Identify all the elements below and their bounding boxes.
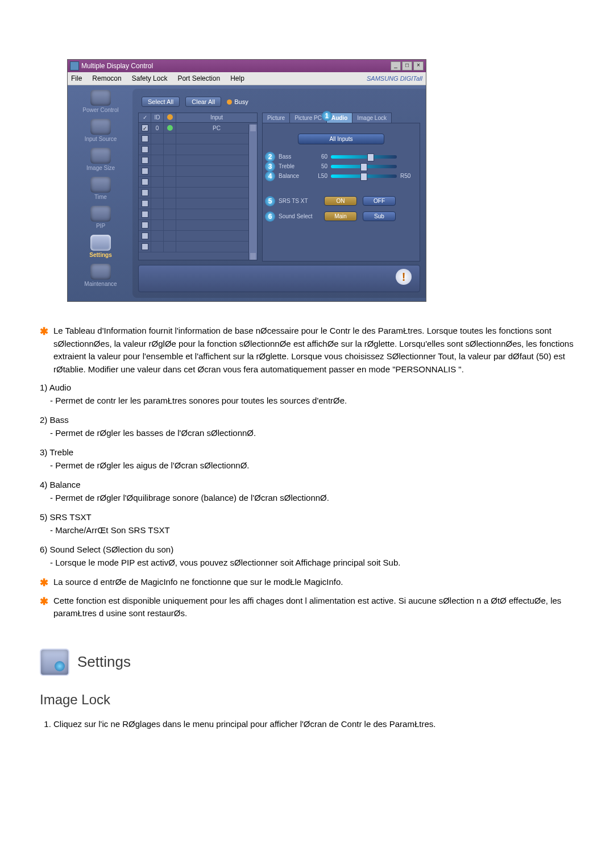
tab-picture[interactable]: Picture xyxy=(262,113,290,123)
note-power-active: ✱ Cette fonction est disponible uniqueme… xyxy=(40,595,574,620)
minimize-button[interactable]: _ xyxy=(391,61,401,70)
list-row[interactable] xyxy=(139,209,257,220)
image-lock-steps: Cliquez sur l'ic ne RØglages dans le men… xyxy=(53,718,574,731)
item-body: Permet de contr ler les paramŁtres sonor… xyxy=(50,394,574,408)
settings-title: Settings xyxy=(77,651,131,673)
checkbox-icon[interactable] xyxy=(142,189,148,196)
list-row[interactable] xyxy=(139,134,257,144)
slider-track[interactable] xyxy=(331,175,397,178)
close-button[interactable]: × xyxy=(413,61,424,70)
checkbox-icon[interactable] xyxy=(142,146,148,153)
brand-label: SAMSUNG DIGITall xyxy=(367,75,422,82)
slider-balance[interactable]: 4 Balance L50 R50 xyxy=(267,173,415,179)
slider-label: Bass xyxy=(279,153,308,160)
list-row[interactable] xyxy=(139,220,257,231)
slider-treble[interactable]: 3 Treble 50 xyxy=(267,163,415,169)
sidebar-item-input-source[interactable]: Input Source xyxy=(71,118,130,146)
sidebar: Power Control Input Source Image Size Ti… xyxy=(71,89,132,298)
slider-thumb[interactable] xyxy=(360,163,367,171)
slider-track[interactable] xyxy=(331,155,397,159)
menu-remocon[interactable]: Remocon xyxy=(92,74,121,82)
sidebar-item-pip[interactable]: PIP xyxy=(71,205,130,232)
item-body: Marche/ArrŒt Son SRS TSXT xyxy=(50,524,574,537)
checkbox-icon[interactable] xyxy=(142,157,148,164)
checkbox-icon[interactable] xyxy=(142,168,148,175)
checkbox-icon[interactable] xyxy=(142,211,148,218)
list-row[interactable] xyxy=(139,166,257,177)
callout-badge-4: 4 xyxy=(265,171,275,181)
list-row[interactable] xyxy=(139,177,257,188)
menu-port-selection[interactable]: Port Selection xyxy=(177,74,220,82)
toggle-sound-select: 6 Sound Select Main Sub xyxy=(267,211,415,221)
note-text: Le Tableau d'Information fournit l'infor… xyxy=(53,325,574,376)
vertical-scrollbar[interactable] xyxy=(248,124,257,260)
sidebar-item-time[interactable]: Time xyxy=(71,176,130,203)
pip-icon xyxy=(90,206,111,222)
maximize-button[interactable]: □ xyxy=(402,61,412,70)
menu-help[interactable]: Help xyxy=(230,74,244,82)
list-header: ✓ ID Input xyxy=(139,113,257,123)
tab-audio[interactable]: 1 Audio xyxy=(326,113,352,123)
sidebar-item-label: Power Control xyxy=(71,107,130,113)
menu-file[interactable]: File xyxy=(71,74,82,82)
sidebar-item-power-control[interactable]: Power Control xyxy=(71,89,130,117)
list-row[interactable] xyxy=(139,144,257,155)
checkbox-icon[interactable] xyxy=(142,135,148,142)
slider-label: Balance xyxy=(279,173,308,179)
sidebar-item-maintenance[interactable]: Maintenance xyxy=(71,263,130,290)
sidebar-item-label: Maintenance xyxy=(71,281,130,287)
sidebar-item-label: Time xyxy=(71,194,130,200)
note-info-table: ✱ Le Tableau d'Information fournit l'inf… xyxy=(40,325,574,376)
tab-picture-pc[interactable]: Picture PC xyxy=(289,113,327,123)
main-panel: Select All Clear All Busy ✓ ID I xyxy=(132,89,426,298)
tab-audio-label: Audio xyxy=(331,115,347,121)
item-treble: 3) Treble Permet de rØgler les aigus de … xyxy=(40,446,574,472)
slider-thumb[interactable] xyxy=(367,153,374,161)
checkbox-icon[interactable] xyxy=(142,200,148,207)
controls-area: Picture Picture PC 1 Audio Image Lock Al… xyxy=(262,113,420,260)
toggle-label: Sound Select xyxy=(279,213,318,219)
sound-main-button[interactable]: Main xyxy=(324,211,357,221)
callout-badge-3: 3 xyxy=(265,161,275,172)
list-row[interactable] xyxy=(139,231,257,242)
titlebar[interactable]: Multiple Display Control _ □ × xyxy=(68,60,426,72)
warning-icon: ! xyxy=(396,269,412,285)
tab-image-lock[interactable]: Image Lock xyxy=(352,113,392,123)
document-text: ✱ Le Tableau d'Information fournit l'inf… xyxy=(40,325,574,730)
star-icon: ✱ xyxy=(40,596,49,620)
app-window: Multiple Display Control _ □ × File Remo… xyxy=(67,59,426,302)
sidebar-item-label: Input Source xyxy=(71,136,130,142)
all-inputs-button[interactable]: All Inputs xyxy=(298,134,384,144)
list-row[interactable] xyxy=(139,198,257,209)
checkbox-icon[interactable] xyxy=(142,124,148,131)
srs-off-button[interactable]: OFF xyxy=(363,196,396,206)
menu-safety-lock[interactable]: Safety Lock xyxy=(132,74,168,82)
toggle-srs-tsxt: 5 SRS TS XT ON OFF xyxy=(267,196,415,206)
select-all-button[interactable]: Select All xyxy=(142,97,180,107)
sound-sub-button[interactable]: Sub xyxy=(363,211,396,221)
item-head: 3) Treble xyxy=(40,446,574,459)
checkbox-icon[interactable] xyxy=(142,178,148,185)
slider-track[interactable] xyxy=(331,165,397,168)
list-row[interactable] xyxy=(139,188,257,198)
checkbox-icon[interactable] xyxy=(142,243,148,250)
col-checkbox: ✓ xyxy=(139,113,151,122)
checkbox-icon[interactable] xyxy=(142,222,148,229)
cell-input: PC xyxy=(176,123,257,133)
display-list[interactable]: ✓ ID Input 0 PC xyxy=(138,113,258,260)
item-body: Permet de rØgler les basses de l'Øcran s… xyxy=(50,427,574,440)
sidebar-item-settings[interactable]: Settings xyxy=(71,234,130,261)
checkbox-icon[interactable] xyxy=(142,232,148,239)
slider-bass[interactable]: 2 Bass 60 xyxy=(267,153,415,160)
list-row[interactable] xyxy=(139,242,257,252)
srs-on-button[interactable]: ON xyxy=(324,196,357,206)
busy-indicator: Busy xyxy=(227,98,248,105)
slider-value: 50 xyxy=(312,163,327,169)
note-text: La source d entrØe de MagicInfo ne fonct… xyxy=(53,576,343,589)
clear-all-button[interactable]: Clear All xyxy=(185,97,221,107)
sidebar-item-image-size[interactable]: Image Size xyxy=(71,147,130,175)
item-head: 5) SRS TSXT xyxy=(40,511,574,524)
list-row[interactable]: 0 PC xyxy=(139,123,257,134)
list-row[interactable] xyxy=(139,155,257,166)
slider-thumb[interactable] xyxy=(360,173,367,181)
